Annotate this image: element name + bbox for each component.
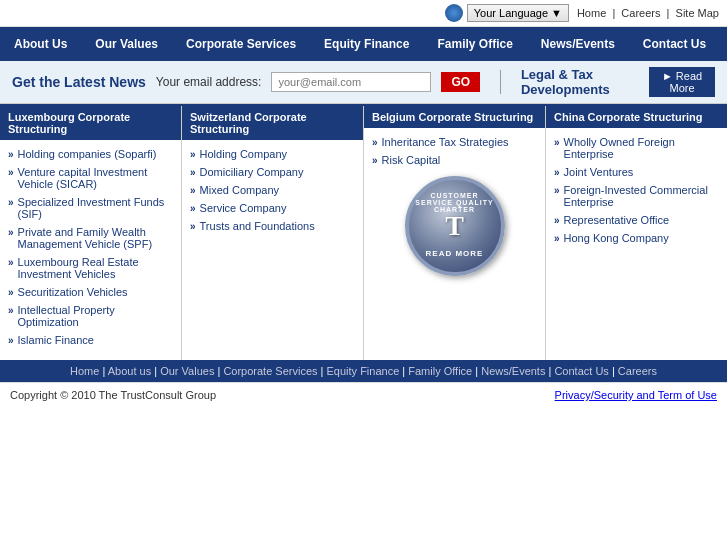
footer-home-link[interactable]: Home bbox=[70, 365, 99, 377]
top-bar: Your Language ▼ Home | Careers | Site Ma… bbox=[0, 0, 727, 27]
arrow-icon: » bbox=[554, 215, 560, 226]
switzerland-header: Switzerland Corporate Structuring bbox=[182, 106, 363, 140]
arrow-icon: » bbox=[190, 203, 196, 214]
seal-text-bottom: READ MORE bbox=[426, 249, 484, 258]
seal-letter: T bbox=[445, 210, 464, 242]
arrow-icon: » bbox=[8, 257, 14, 268]
privacy-link[interactable]: Privacy/Security and Term of Use bbox=[555, 389, 717, 401]
copyright-text: Copyright © 2010 The TrustConsult Group bbox=[10, 389, 216, 401]
list-item[interactable]: » Service Company bbox=[190, 202, 355, 214]
arrow-icon: » bbox=[190, 185, 196, 196]
footer-ourvalues-link[interactable]: Our Values bbox=[160, 365, 214, 377]
list-item[interactable]: » Risk Capital bbox=[372, 154, 537, 166]
top-links: Home | Careers | Site Map bbox=[577, 7, 719, 19]
footer-corporate-link[interactable]: Corporate Services bbox=[223, 365, 317, 377]
language-button[interactable]: Your Language ▼ bbox=[467, 4, 569, 22]
list-item[interactable]: » Wholly Owned Foreign Enterprise bbox=[554, 136, 719, 160]
arrow-icon: » bbox=[190, 167, 196, 178]
arrow-icon: » bbox=[554, 167, 560, 178]
nav-equity-finance[interactable]: Equity Finance bbox=[310, 27, 423, 61]
main-content: Luxembourg Corporate Structuring » Holdi… bbox=[0, 104, 727, 360]
item-label: Joint Ventures bbox=[564, 166, 634, 178]
china-header: China Corporate Structuring bbox=[546, 106, 727, 128]
list-item[interactable]: » Intellectual Property Optimization bbox=[8, 304, 173, 328]
nav-our-values[interactable]: Our Values bbox=[81, 27, 172, 61]
nav-corporate-services[interactable]: Corporate Services bbox=[172, 27, 310, 61]
belgium-column: Belgium Corporate Structuring » Inherita… bbox=[364, 106, 546, 360]
footer-equity-link[interactable]: Equity Finance bbox=[327, 365, 400, 377]
list-item[interactable]: » Trusts and Foundations bbox=[190, 220, 355, 232]
arrow-icon: » bbox=[554, 137, 560, 148]
careers-link[interactable]: Careers bbox=[621, 7, 660, 19]
item-label: Holding Company bbox=[200, 148, 287, 160]
list-item[interactable]: » Venture capital Investment Vehicle (SI… bbox=[8, 166, 173, 190]
home-link[interactable]: Home bbox=[577, 7, 606, 19]
list-item[interactable]: » Hong Kong Company bbox=[554, 232, 719, 244]
arrow-icon: » bbox=[8, 227, 14, 238]
nav-bar: About Us Our Values Corporate Services E… bbox=[0, 27, 727, 61]
item-label: Venture capital Investment Vehicle (SICA… bbox=[18, 166, 173, 190]
footer-aboutus-link[interactable]: About us bbox=[108, 365, 151, 377]
list-item[interactable]: » Foreign-Invested Commercial Enterprise bbox=[554, 184, 719, 208]
footer-contact-link[interactable]: Contact Us bbox=[554, 365, 608, 377]
arrow-icon: » bbox=[8, 305, 14, 316]
list-item[interactable]: » Inheritance Tax Strategies bbox=[372, 136, 537, 148]
item-label: Inheritance Tax Strategies bbox=[382, 136, 509, 148]
footer-careers-link[interactable]: Careers bbox=[618, 365, 657, 377]
list-item[interactable]: » Mixed Company bbox=[190, 184, 355, 196]
footer-nav: Home | About us | Our Values | Corporate… bbox=[0, 360, 727, 382]
globe-icon bbox=[445, 4, 463, 22]
news-title: Get the Latest News bbox=[12, 74, 146, 90]
nav-news-events[interactable]: News/Events bbox=[527, 27, 629, 61]
footer-news-link[interactable]: News/Events bbox=[481, 365, 545, 377]
quality-seal[interactable]: CUSTOMER SERVICE QUALITY CHARTER T READ … bbox=[405, 176, 505, 276]
nav-about-us[interactable]: About Us bbox=[0, 27, 81, 61]
read-more-button[interactable]: ► Read More bbox=[649, 67, 715, 97]
item-label: Private and Family Wealth Management Veh… bbox=[18, 226, 173, 250]
list-item[interactable]: » Joint Ventures bbox=[554, 166, 719, 178]
arrow-icon: » bbox=[8, 167, 14, 178]
list-item[interactable]: » Islamic Finance bbox=[8, 334, 173, 346]
arrow-icon: » bbox=[8, 335, 14, 346]
item-label: Securitization Vehicles bbox=[18, 286, 128, 298]
switzerland-column: Switzerland Corporate Structuring » Hold… bbox=[182, 106, 364, 360]
news-bar: Get the Latest News Your email address: … bbox=[0, 61, 727, 104]
arrow-icon: » bbox=[372, 155, 378, 166]
language-selector[interactable]: Your Language ▼ bbox=[445, 4, 569, 22]
quality-seal-container[interactable]: CUSTOMER SERVICE QUALITY CHARTER T READ … bbox=[372, 176, 537, 276]
item-label: Risk Capital bbox=[382, 154, 441, 166]
list-item[interactable]: » Domiciliary Company bbox=[190, 166, 355, 178]
news-bar-right: Legal & Tax Developments ► Read More bbox=[521, 67, 715, 97]
item-label: Foreign-Invested Commercial Enterprise bbox=[564, 184, 719, 208]
go-button[interactable]: GO bbox=[441, 72, 480, 92]
item-label: Wholly Owned Foreign Enterprise bbox=[564, 136, 719, 160]
sitemap-link[interactable]: Site Map bbox=[676, 7, 719, 19]
item-label: Specialized Investment Funds (SIF) bbox=[18, 196, 173, 220]
divider bbox=[500, 70, 501, 94]
language-label: Your Language bbox=[474, 7, 548, 19]
list-item[interactable]: » Specialized Investment Funds (SIF) bbox=[8, 196, 173, 220]
list-item[interactable]: » Luxembourg Real Estate Investment Vehi… bbox=[8, 256, 173, 280]
item-label: Representative Office bbox=[564, 214, 670, 226]
arrow-icon: » bbox=[554, 185, 560, 196]
item-label: Mixed Company bbox=[200, 184, 279, 196]
footer-family-link[interactable]: Family Office bbox=[408, 365, 472, 377]
item-label: Luxembourg Real Estate Investment Vehicl… bbox=[18, 256, 173, 280]
luxembourg-header: Luxembourg Corporate Structuring bbox=[0, 106, 181, 140]
list-item[interactable]: » Private and Family Wealth Management V… bbox=[8, 226, 173, 250]
seal-text-top: CUSTOMER SERVICE QUALITY CHARTER bbox=[415, 192, 495, 213]
nav-contact-us[interactable]: Contact Us bbox=[629, 27, 720, 61]
email-input[interactable] bbox=[271, 72, 431, 92]
list-item[interactable]: » Holding Company bbox=[190, 148, 355, 160]
item-label: Holding companies (Soparfi) bbox=[18, 148, 157, 160]
email-label: Your email address: bbox=[156, 75, 262, 89]
list-item[interactable]: » Holding companies (Soparfi) bbox=[8, 148, 173, 160]
list-item[interactable]: » Representative Office bbox=[554, 214, 719, 226]
arrow-icon: » bbox=[8, 149, 14, 160]
list-item[interactable]: » Securitization Vehicles bbox=[8, 286, 173, 298]
item-label: Hong Kong Company bbox=[564, 232, 669, 244]
footer-bottom: Copyright © 2010 The TrustConsult Group … bbox=[0, 382, 727, 407]
nav-family-office[interactable]: Family Office bbox=[423, 27, 526, 61]
legal-tax-title: Legal & Tax Developments bbox=[521, 67, 641, 97]
item-label: Domiciliary Company bbox=[200, 166, 304, 178]
